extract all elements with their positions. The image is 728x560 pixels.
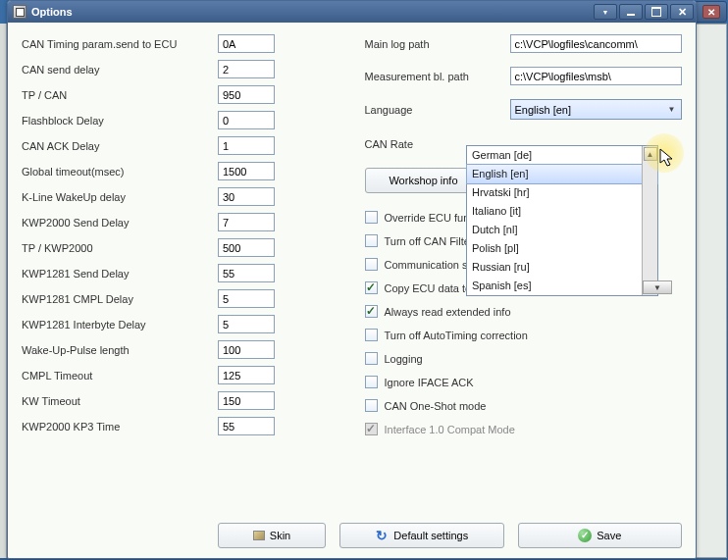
checkbox[interactable] — [365, 329, 378, 341]
dropdown-item[interactable]: Russian [ru] — [467, 258, 657, 277]
app-icon — [13, 5, 26, 19]
language-row: Language English [en] ▼ — [365, 99, 683, 120]
bottom-button-bar: Skin ↻ Default settings ✓ Save — [8, 523, 696, 548]
checkbox-label: Turn off CAN Filter — [385, 235, 474, 247]
param-label: KWP1281 Interbyte Delay — [22, 319, 218, 331]
dropdown-item[interactable]: German [de] — [467, 146, 657, 165]
param-input[interactable] — [218, 315, 275, 333]
param-label: KWP1281 Send Delay — [22, 268, 218, 280]
skin-button[interactable]: Skin — [218, 523, 326, 548]
main-log-path-label: Main log path — [365, 38, 510, 50]
checkbox[interactable] — [365, 376, 378, 388]
checkbox-label: CAN One-Shot mode — [385, 400, 487, 412]
param-label: TP / CAN — [22, 89, 218, 101]
param-row-2: TP / CAN — [22, 85, 339, 104]
left-column: CAN Timing param.send to ECUCAN send del… — [22, 34, 339, 446]
checkbox[interactable] — [365, 352, 378, 365]
checkbox — [365, 423, 378, 435]
param-row-1: CAN send delay — [22, 60, 339, 78]
save-button[interactable]: ✓ Save — [518, 523, 683, 548]
param-input[interactable] — [218, 162, 275, 180]
param-row-9: KWP1281 Send Delay — [22, 264, 339, 282]
measurement-path-label: Measurement bl. path — [365, 71, 510, 82]
checkbox-row-4: Always read extended info — [365, 305, 683, 318]
param-input[interactable] — [218, 264, 275, 282]
scroll-up-button[interactable]: ▲ — [644, 147, 657, 161]
background-window-left — [0, 24, 7, 558]
checkbox[interactable] — [365, 234, 378, 247]
param-row-7: KWP2000 Send Delay — [22, 213, 339, 231]
param-row-13: CMPL Timeout — [22, 366, 339, 384]
param-row-8: TP / KWP2000 — [22, 238, 339, 257]
checkbox-label: Ignore IFACE ACK — [385, 377, 474, 388]
param-row-0: CAN Timing param.send to ECU — [22, 34, 339, 53]
param-label: CMPL Timeout — [22, 370, 218, 382]
param-row-6: K-Line WakeUp delay — [22, 187, 339, 206]
titlebar[interactable]: Options — [8, 1, 696, 23]
measurement-path-input[interactable] — [510, 67, 683, 85]
checkbox-row-6: Logging — [365, 352, 683, 365]
checkbox[interactable] — [365, 399, 378, 412]
options-dialog: Options CAN Timing param.send to ECUCAN … — [7, 0, 697, 559]
param-input[interactable] — [218, 366, 275, 384]
dropdown-item[interactable]: Hrvatski [hr] — [467, 183, 657, 202]
param-input[interactable] — [218, 60, 275, 78]
dropdown-scrollbar[interactable]: ▲ ▼ — [642, 146, 657, 295]
param-row-15: KWP2000 KP3 Time — [22, 417, 339, 435]
checkbox-row-5: Turn off AutoTiming correction — [365, 329, 683, 341]
background-window-right — [696, 24, 727, 558]
dropdown-item[interactable]: Italiano [it] — [467, 202, 657, 221]
dropdown-item[interactable]: Dutch [nl] — [467, 221, 657, 239]
dropdown-item[interactable]: Spanish [es] — [467, 277, 657, 295]
param-input[interactable] — [218, 289, 275, 308]
param-input[interactable] — [218, 187, 275, 206]
dropdown-item[interactable]: English [en] — [466, 164, 658, 184]
checkbox-label: Interface 1.0 Compat Mode — [385, 424, 515, 435]
param-input[interactable] — [218, 238, 275, 257]
dialog-body: CAN Timing param.send to ECUCAN send del… — [8, 23, 696, 558]
param-row-14: KW Timeout — [22, 391, 339, 410]
param-input[interactable] — [218, 136, 275, 155]
close-button[interactable] — [670, 4, 694, 20]
background-window-titlebar: ✕ — [695, 1, 727, 23]
param-input[interactable] — [218, 391, 275, 410]
param-label: Global timeout(msec) — [22, 166, 218, 178]
workshop-info-button[interactable]: Workshop info — [365, 168, 483, 193]
background-close-icon: ✕ — [702, 5, 720, 19]
chevron-down-icon: ▼ — [664, 102, 679, 117]
main-log-path-row: Main log path — [365, 34, 683, 53]
param-input[interactable] — [218, 213, 275, 231]
default-settings-button[interactable]: ↻ Default settings — [339, 523, 504, 548]
param-row-3: Flashblock Delay — [22, 111, 339, 129]
param-label: KW Timeout — [22, 395, 218, 407]
scroll-down-button[interactable]: ▼ — [643, 280, 672, 294]
param-label: KWP1281 CMPL Delay — [22, 293, 218, 305]
checkbox[interactable] — [365, 211, 378, 224]
titlebar-dropdown-button[interactable] — [594, 4, 617, 20]
param-row-11: KWP1281 Interbyte Delay — [22, 315, 339, 333]
param-row-4: CAN ACK Delay — [22, 136, 339, 155]
param-input[interactable] — [218, 417, 275, 435]
param-input[interactable] — [218, 34, 275, 53]
dropdown-item[interactable]: Polish [pl] — [467, 239, 657, 258]
checkbox[interactable] — [365, 305, 378, 318]
checkbox[interactable] — [365, 281, 378, 294]
checkbox[interactable] — [365, 258, 378, 271]
minimize-button[interactable] — [619, 4, 643, 20]
language-dropdown[interactable]: German [de]English [en]Hrvatski [hr]Ital… — [466, 145, 658, 296]
main-log-path-input[interactable] — [510, 34, 683, 53]
param-label: CAN ACK Delay — [22, 140, 218, 152]
param-label: KWP2000 Send Delay — [22, 217, 218, 229]
checkbox-label: Always read extended info — [385, 306, 511, 318]
param-input[interactable] — [218, 111, 275, 129]
language-select[interactable]: English [en] ▼ — [510, 99, 683, 120]
refresh-icon: ↻ — [375, 529, 389, 542]
skin-icon — [253, 531, 265, 540]
param-input[interactable] — [218, 85, 275, 104]
measurement-path-row: Measurement bl. path — [365, 67, 683, 85]
param-label: Wake-Up-Pulse length — [22, 344, 218, 356]
param-label: KWP2000 KP3 Time — [22, 421, 218, 433]
maximize-button[interactable] — [645, 4, 668, 20]
param-input[interactable] — [218, 340, 275, 359]
param-row-10: KWP1281 CMPL Delay — [22, 289, 339, 308]
